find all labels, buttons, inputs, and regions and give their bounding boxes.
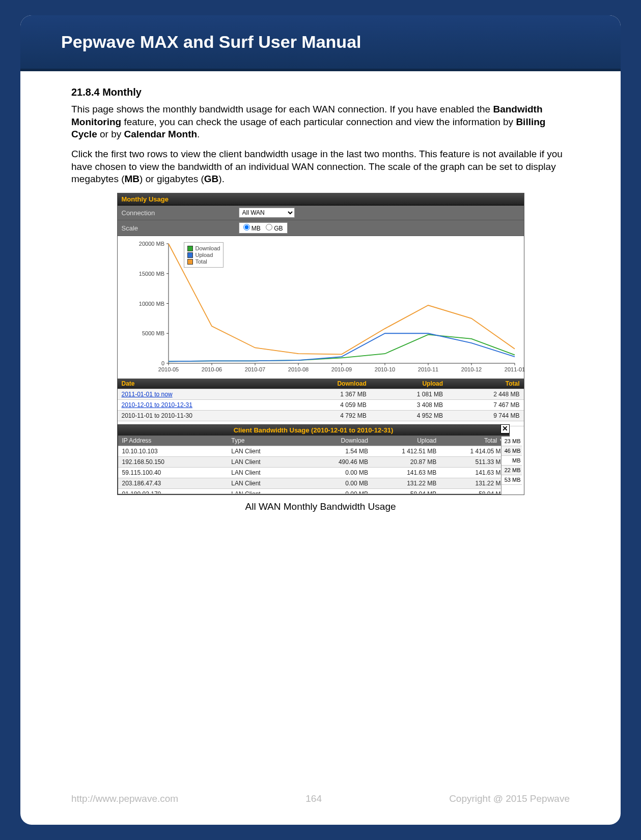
col-total: Total [443,380,519,387]
svg-text:20000 MB: 20000 MB [138,241,164,247]
legend-upload: Upload [187,252,220,258]
paragraph-2: Click the first two rows to view the cli… [71,148,570,186]
svg-text:5000 MB: 5000 MB [142,330,164,336]
svg-text:2010-11: 2010-11 [417,366,438,372]
scale-mb-radio[interactable] [243,224,250,230]
popup-body: 10.10.10.103LAN Client1.54 MB1 412.51 MB… [118,446,509,494]
scale-mb-option[interactable]: MB [243,224,261,232]
svg-text:2011-01: 2011-01 [504,366,524,372]
client-usage-popup: ✕ Client Bandwidth Usage (2010-12-01 to … [118,424,510,495]
legend-download: Download [187,245,220,251]
scale-gb-option[interactable]: GB [266,224,283,232]
page-title: Pepwave MAX and Surf User Manual [61,32,361,52]
col-upload: Upload [367,380,443,387]
table-row[interactable]: 2011-01-01 to now1 367 MB1 081 MB2 448 M… [118,389,524,400]
svg-text:2010-10: 2010-10 [374,366,395,372]
section-title-text: Monthly [102,86,142,98]
col-pop-download: Download [300,437,368,444]
footer-page-number: 164 [288,793,339,804]
line-chart: 05000 MB10000 MB15000 MB20000 MB2010-052… [118,236,525,379]
content-area: 21.8.4 Monthly This page shows the month… [20,71,621,512]
svg-text:10000 MB: 10000 MB [138,301,164,307]
svg-text:2010-08: 2010-08 [288,366,308,372]
scale-radios: MB GB [239,222,288,234]
date-link[interactable]: 2011-01-01 to now [122,391,173,398]
table-right-slice: 23 MB46 MBMB22 MB53 MB [501,437,523,495]
legend-total: Total [187,258,220,265]
usage-table-body: 2011-01-01 to now1 367 MB1 081 MB2 448 M… [118,389,524,426]
col-download: Download [290,380,366,387]
list-item: 10.10.10.103LAN Client1.54 MB1 412.51 MB… [118,446,509,457]
chart-legend: Download Upload Total [184,242,224,268]
col-pop-total[interactable]: Total ▼ [436,437,505,444]
scale-row: Scale MB GB [118,220,524,236]
panel-title: Monthly Usage [118,193,524,206]
list-item: 192.168.50.150LAN Client490.46 MB20.87 M… [118,457,509,468]
connection-select[interactable]: All WAN [239,208,295,218]
connection-label: Connection [122,209,239,217]
date-link[interactable]: 2010-12-01 to 2010-12-31 [122,401,192,409]
svg-text:2010-06: 2010-06 [201,366,221,372]
footer-url: http://www.pepwave.com [71,793,178,804]
document-page: Pepwave MAX and Surf User Manual 21.8.4 … [20,15,621,825]
list-item: 203.186.47.43LAN Client0.00 MB131.22 MB1… [118,478,509,489]
table-row: 2010-11-01 to 2010-11-304 792 MB4 952 MB… [118,411,524,421]
popup-title: Client Bandwidth Usage (2010-12-01 to 20… [118,425,509,436]
section-number: 21.8.4 [71,86,100,98]
popup-wrapper: ✕ Client Bandwidth Usage (2010-12-01 to … [118,424,524,495]
scale-gb-radio[interactable] [266,224,272,230]
svg-text:2010-12: 2010-12 [461,366,481,372]
section-heading: 21.8.4 Monthly [71,86,570,98]
col-type: Type [231,437,299,444]
svg-text:0: 0 [161,360,164,366]
connection-row: Connection All WAN [118,206,524,220]
usage-table-header: Date Download Upload Total [118,379,524,389]
chart-area: 05000 MB10000 MB15000 MB20000 MB2010-052… [118,236,524,379]
screenshot-caption: All WAN Monthly Bandwidth Usage [71,501,570,512]
col-date: Date [122,380,290,387]
svg-text:2010-07: 2010-07 [244,366,265,372]
table-row[interactable]: 2010-12-01 to 2010-12-314 059 MB3 408 MB… [118,400,524,411]
col-pop-upload: Upload [368,437,436,444]
list-item: 01 180 03 170LAN Client0.00 MB58.04 MB58… [118,489,509,494]
footer-copyright: Copyright @ 2015 Pepwave [449,793,570,804]
screenshot-panel: Monthly Usage Connection All WAN Scale M… [117,193,524,495]
close-icon[interactable]: ✕ [500,424,510,433]
col-ip: IP Address [122,437,232,444]
header-band: Pepwave MAX and Surf User Manual [20,15,621,71]
paragraph-1: This page shows the monthly bandwidth us… [71,103,570,141]
svg-text:15000 MB: 15000 MB [138,271,164,277]
svg-text:2010-09: 2010-09 [331,366,351,372]
svg-text:2010-05: 2010-05 [158,366,178,372]
page-footer: http://www.pepwave.com 164 Copyright @ 2… [71,793,570,804]
list-item: 59.115.100.40LAN Client0.00 MB141.63 MB1… [118,468,509,478]
popup-header-row: IP Address Type Download Upload Total ▼ [118,436,509,446]
scale-label: Scale [122,224,239,232]
